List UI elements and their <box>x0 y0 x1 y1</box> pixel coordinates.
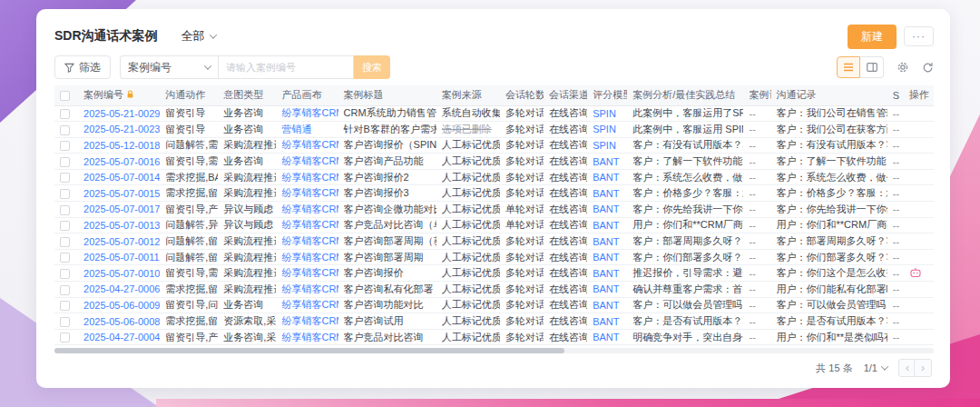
col-channel: 会话渠道 <box>544 85 587 105</box>
case-id-link[interactable]: 2025-05-07-0012 <box>83 236 160 247</box>
case-id-link[interactable]: 2025-04-27-0006 <box>83 283 160 294</box>
product-link[interactable]: 纷享销客CRM <box>281 315 338 326</box>
cell-analysis: 客户：你们部署多久呀？客服：您… <box>627 249 743 265</box>
product-link[interactable]: 纷享销客CRM <box>281 219 338 230</box>
cell-title: 客户咨询功能对比 <box>338 297 436 313</box>
row-checkbox[interactable] <box>60 109 70 119</box>
product-link[interactable]: 纷享销客CRM <box>281 267 338 278</box>
cell-action: 问题解答,需求… <box>160 137 218 154</box>
row-checkbox[interactable] <box>60 221 70 231</box>
row-checkbox[interactable] <box>60 205 70 215</box>
case-id-link[interactable]: 2025-05-12-0018 <box>83 140 160 151</box>
case-id-link[interactable]: 2025-05-07-0017 <box>83 204 160 214</box>
product-link[interactable]: 纷享销客CRM <box>281 283 338 294</box>
table-row: 2025-04-27-0004 留资引导,产品… 业务咨询,采购… 纷享销客CR… <box>54 329 934 345</box>
cell-analysis: 此案例中，客服运用 SPIN 沟通模型… <box>627 122 743 138</box>
cell-source: 人工标记优质… <box>436 297 500 313</box>
product-link[interactable]: 纷享销客CRM <box>281 187 338 198</box>
case-id-link[interactable]: 2025-05-07-0013 <box>83 220 160 231</box>
col-s: S <box>887 85 904 105</box>
cell-case-id: 2025-05-21-0029 <box>78 105 160 122</box>
next-page-button[interactable]: › <box>914 359 932 377</box>
cell-case-id: 2025-05-07-0012 <box>78 233 160 250</box>
cell-intent: 采购流程推进 <box>218 185 276 202</box>
cell-case-id: 2025-05-06-0008 <box>78 313 160 330</box>
case-id-link[interactable]: 2025-04-27-0004 <box>83 332 160 342</box>
product-link[interactable]: 纷享销客CRM <box>281 139 338 150</box>
cell-analysis: 用户：你们和**CRM厂商有什么区… <box>627 217 743 233</box>
more-actions-button[interactable]: ··· <box>904 26 934 46</box>
cell-case-id: 2025-05-07-0016 <box>78 154 160 170</box>
product-link[interactable]: 纷享销客CRM <box>281 299 338 310</box>
horizontal-scrollbar-track[interactable] <box>54 348 934 353</box>
cell-score: -- <box>743 217 770 233</box>
cell-rounds: 单轮对话 <box>500 217 544 233</box>
row-checkbox[interactable] <box>60 237 70 247</box>
cell-product: 纷享销客CRM <box>276 297 338 313</box>
new-button[interactable]: 新建 <box>848 25 897 49</box>
row-checkbox[interactable] <box>60 157 70 167</box>
row-checkbox[interactable] <box>60 173 70 183</box>
horizontal-scrollbar-thumb[interactable] <box>54 348 564 353</box>
cell-s: -- <box>887 154 904 170</box>
case-id-link[interactable]: 2025-05-07-0014 <box>83 172 160 183</box>
table-row: 2025-05-07-0015 需求挖掘,留资… 采购流程推进 纷享销客CRM … <box>54 185 934 202</box>
cell-action: 问题解答,留资… <box>160 233 218 250</box>
select-all-checkbox[interactable] <box>60 91 70 101</box>
case-id-link[interactable]: 2025-05-07-0011 <box>83 252 160 263</box>
case-id-link[interactable]: 2025-05-06-0009 <box>83 300 160 311</box>
row-checkbox[interactable] <box>60 253 70 263</box>
cell-operation <box>904 185 934 202</box>
case-id-link[interactable]: 2025-05-07-0015 <box>83 188 160 199</box>
row-checkbox[interactable] <box>60 317 70 327</box>
cell-case-id: 2025-05-06-0009 <box>78 297 160 313</box>
cell-s: -- <box>887 169 904 185</box>
product-link[interactable]: 纷享销客CRM <box>281 332 338 342</box>
filter-button[interactable]: 筛选 <box>54 55 111 79</box>
search-input[interactable] <box>218 55 354 79</box>
settings-button[interactable] <box>897 61 909 74</box>
cell-model: BANT <box>587 297 627 313</box>
cell-analysis: 确认并尊重客户需求：首先确认客户… <box>627 282 743 298</box>
search-button[interactable]: 搜索 <box>354 55 390 79</box>
row-checkbox[interactable] <box>60 125 70 135</box>
cell-checkbox <box>54 297 78 313</box>
cell-channel: 在线咨询 <box>544 185 587 202</box>
product-link[interactable]: 纷享销客CRM <box>281 107 338 118</box>
row-checkbox[interactable] <box>60 333 70 342</box>
cell-rounds: 多轮对话 <box>500 137 544 154</box>
product-link[interactable]: 纷享销客CRM <box>281 252 338 263</box>
col-rounds: 会话轮数 <box>500 85 544 105</box>
model-tag: BANT <box>593 283 619 294</box>
case-id-link[interactable]: 2025-05-06-0008 <box>83 316 160 327</box>
cell-record: 客户：你先给我讲一下你们这个系统跟企业微信… <box>771 202 887 218</box>
refresh-button[interactable] <box>922 62 934 74</box>
cell-rounds: 多轮对话 <box>500 105 544 122</box>
case-id-link[interactable]: 2025-05-21-0023 <box>83 124 160 134</box>
product-link[interactable]: 纷享销客CRM <box>281 235 338 246</box>
product-link[interactable]: 营销通 <box>281 124 311 134</box>
row-checkbox[interactable] <box>60 301 70 311</box>
product-link[interactable]: 纷享销客CRM <box>281 155 338 166</box>
page-select[interactable]: 1/1 <box>864 362 887 373</box>
cell-s: -- <box>887 249 904 265</box>
robot-icon[interactable] <box>909 267 922 280</box>
cell-product: 纷享销客CRM <box>276 154 338 170</box>
case-id-link[interactable]: 2025-05-07-0010 <box>83 268 160 279</box>
product-link[interactable]: 纷享销客CRM <box>281 172 338 183</box>
case-id-link[interactable]: 2025-05-07-0016 <box>83 156 160 167</box>
cell-product: 纷享销客CRM <box>276 313 338 330</box>
row-checkbox[interactable] <box>60 189 70 199</box>
search-field-select[interactable]: 案例编号 <box>120 55 218 79</box>
list-view-toggle[interactable] <box>837 56 860 78</box>
row-checkbox[interactable] <box>60 141 70 151</box>
view-scope-select[interactable]: 全部 <box>181 28 216 45</box>
product-link[interactable]: 纷享销客CRM <box>281 204 338 214</box>
case-id-link[interactable]: 2025-05-21-0029 <box>83 108 160 119</box>
model-tag: SPIN <box>593 108 616 119</box>
cell-case-id: 2025-05-07-0015 <box>78 185 160 202</box>
model-tag: BANT <box>593 268 619 279</box>
row-checkbox[interactable] <box>60 269 70 279</box>
row-checkbox[interactable] <box>60 285 70 295</box>
board-view-toggle[interactable] <box>860 56 884 78</box>
